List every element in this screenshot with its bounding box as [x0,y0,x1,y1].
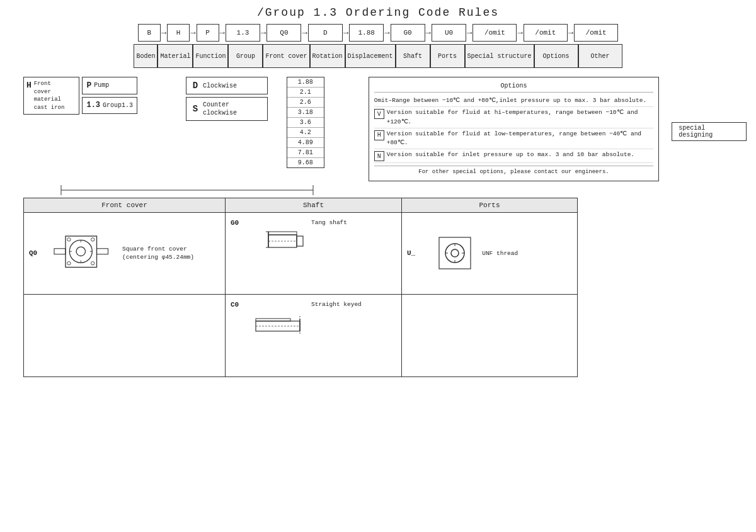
label-function: Function [193,44,228,68]
cell-shaft-1: G0 [226,213,402,294]
arrow2: → [190,28,195,38]
cell-front-2 [24,295,226,376]
detail-P-code: P [86,80,91,91]
arrow5: → [302,28,307,38]
row2-shaft-code: C0 [231,301,244,308]
disp-4.2: 4.2 [287,128,324,138]
tang-shaft-illustration [249,219,306,269]
row1-shaft-code: G0 [231,219,244,227]
svg-rect-15 [97,249,108,254]
options-V-text: Version suitable for fluid at hi–tempera… [387,108,654,127]
disp-2.1: 2.1 [287,88,324,98]
table-header-row: Front cover Shaft Ports [24,198,577,213]
page: /Group 1.3 Ordering Code Rules B → H → P… [0,0,756,532]
label-front-cover: Front cover [263,44,309,68]
rotation-counter: S Counterclockwise [186,97,268,121]
arrow10: → [517,28,522,38]
label-shaft: Shaft [396,44,430,68]
code-Q0: Q0 [266,24,301,42]
displacement-col: 1.88 2.1 2.6 3.18 3.6 4.2 4.89 7.81 9.68 [287,77,324,168]
special-designing-box: special designing [672,122,747,141]
svg-point-24 [445,244,464,263]
disp-1.88: 1.88 [287,77,324,88]
code-U0: U0 [432,24,466,42]
cell-shaft-2: C0 Straight ke [226,295,402,376]
rotation-section: D Clockwise S Counterclockwise [186,77,268,121]
cell-ports-1: U_ UNF thread [402,213,577,294]
svg-point-11 [91,238,94,241]
svg-rect-23 [439,237,471,269]
arrow4: → [261,28,266,38]
svg-point-25 [451,249,459,257]
options-title: Options [374,81,654,93]
detail-H-code: H [26,80,32,91]
svg-point-13 [91,262,94,265]
arrow11: → [568,28,573,38]
label-ports: Ports [430,44,465,68]
row1-port-code: U_ [407,249,415,257]
rotation-S-label: Counterclockwise [203,101,237,117]
arrow8: → [426,28,431,38]
svg-rect-31 [256,319,290,321]
code-G0: G0 [391,24,425,42]
table-row-1: Q0 [24,213,577,295]
cell-front-1: Q0 [24,213,226,294]
code-omit3: /omit [574,24,618,42]
row1-front-desc: Square front cover(centering φ45.24mm) [122,245,194,262]
arrow3: → [220,28,225,38]
disp-9.68: 9.68 [287,158,324,167]
row2-shaft-desc: Straight keyed [311,301,362,308]
disp-7.81: 7.81 [287,148,324,158]
code-B: B [138,24,161,42]
code-H: H [167,24,190,42]
displacement-section: 1.88 2.1 2.6 3.18 3.6 4.2 4.89 7.81 9.68 [287,77,324,168]
cell-ports-2 [402,295,577,376]
options-V-letter: V [374,109,384,119]
rotation-clockwise: D Clockwise [186,77,268,94]
disp-3.18: 3.18 [287,108,324,118]
code-1.88: 1.88 [349,24,384,42]
code-row: B → H → P → 1.3 → Q0 → D → 1.88 → G0 → U… [9,24,747,42]
svg-point-10 [67,238,71,241]
arrow1: → [161,28,166,38]
disp-3.6: 3.6 [287,118,324,128]
row1-port-desc: UNF thread [482,250,518,257]
options-omit-text: Omit–Range between −10℃ and +80℃,inlet p… [374,96,646,105]
arrow7: → [384,28,389,38]
options-box: Options Omit–Range between −10℃ and +80℃… [369,77,660,181]
options-N-text: Version suitable for inlet pressure up t… [387,150,634,159]
bottom-table: Front cover Shaft Ports Q0 [23,198,747,377]
page-title: /Group 1.3 Ordering Code Rules [9,6,747,19]
unf-port-illustration [433,231,477,275]
detail-H: H Frontcover materialcast iron [23,77,79,115]
pump-illustration [48,225,117,281]
connector-lines [23,184,578,196]
options-N-letter: N [374,151,384,161]
options-footer: For other special options, please contac… [374,166,654,177]
label-boden: Boden [134,44,158,68]
options-row-V: V Version suitable for fluid at hi–tempe… [374,107,654,128]
detail-H-desc: Frontcover materialcast iron [34,80,77,111]
header-shaft: Shaft [226,198,402,212]
label-options: Options [534,44,578,68]
disp-2.6: 2.6 [287,98,324,108]
code-omit1: /omit [472,24,517,42]
rotation-D-label: Clockwise [203,82,237,89]
svg-point-5 [76,247,85,256]
options-H-letter: H [374,130,384,140]
detail-1.3: 1.3 Group1.3 [82,97,137,114]
code-P: P [197,24,219,42]
arrow9: → [467,28,472,38]
arrow6: → [343,28,348,38]
svg-point-12 [67,262,71,265]
code-1.3: 1.3 [226,24,260,42]
options-row-H: H Version suitable for fluid at low–temp… [374,128,654,150]
options-row-N: N Version suitable for inlet pressure up… [374,149,654,163]
row1-front-code: Q0 [29,249,43,257]
code-D: D [308,24,343,42]
label-other: Other [578,44,622,68]
options-H-text: Version suitable for fluid at low–temper… [387,130,654,148]
svg-rect-17 [268,232,297,235]
options-row-omit: Omit–Range between −10℃ and +80℃,inlet p… [374,95,654,107]
svg-rect-18 [297,236,303,246]
